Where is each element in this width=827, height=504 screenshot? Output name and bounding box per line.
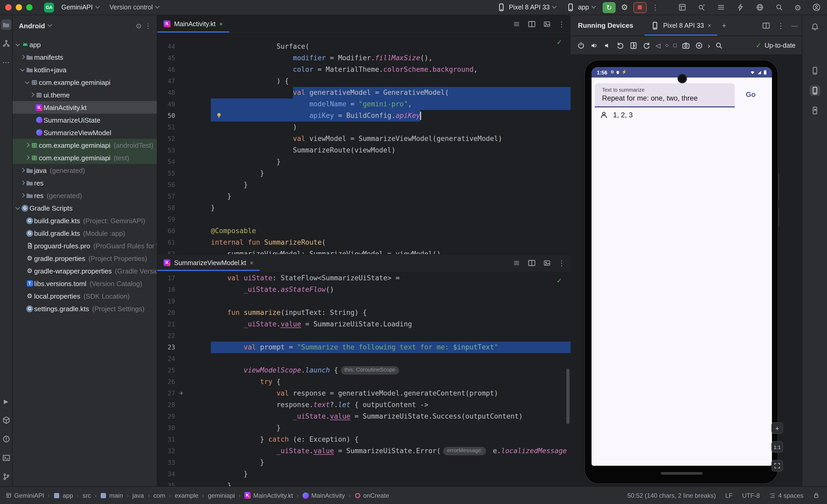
split-editor-icon[interactable] [528,259,536,267]
overview-icon[interactable]: □ [673,43,677,48]
code-line-27[interactable]: 27 val response = generativeModel.genera… [157,388,571,399]
hide-panel-icon[interactable]: — [791,21,798,30]
add-device-tab-icon[interactable]: + [718,21,731,30]
tree-item-settings-gradle-kts[interactable]: Gsettings.gradle.kts(Project Settings) [12,302,157,315]
chevron-right-icon[interactable] [19,56,25,59]
search-everywhere-icon[interactable] [775,3,783,11]
zoom-in-icon[interactable]: + [771,422,783,434]
chevron-right-icon[interactable] [19,194,25,197]
tree-item-ui-theme[interactable]: ui.theme [12,89,157,101]
inspections-status-icon[interactable]: ✓ [556,38,562,46]
tree-item-summarizeuistate[interactable]: SummarizeUiState [12,114,157,126]
breadcrumb-item[interactable]: main [100,492,123,499]
tree-item-gradle-wrapper-properties[interactable]: ⚙gradle-wrapper.properties(Gradle Versio… [12,265,157,277]
inspections-status-icon[interactable]: ✓ [556,277,562,284]
code-line-25[interactable]: 25 viewModelScope.launch {this: Coroutin… [157,365,571,376]
code-line-33[interactable]: 33 } [157,457,571,468]
breadcrumb-item[interactable]: geminiapi [208,492,235,499]
fold-device-icon[interactable] [629,41,638,50]
breadcrumb-item[interactable]: onCreate [354,492,389,499]
code-line-53[interactable]: 53 SummarizeRoute(viewModel) [157,145,571,156]
code-line-58[interactable]: 58} [157,202,571,214]
intention-bulb-icon[interactable] [215,112,222,119]
breadcrumb-item[interactable]: MainActivity [302,492,345,499]
locate-file-icon[interactable]: ⊙ [136,22,142,30]
problems-tool-icon[interactable] [1,434,11,444]
emulator-screen[interactable]: 1:56 ⚙⚡ Text to summarize Repeat for me:… [591,67,772,466]
tree-item-res[interactable]: res [12,177,157,189]
chevron-down-icon[interactable] [15,207,20,209]
code-line-30[interactable]: 30 } [157,422,571,434]
rerun-button[interactable]: ↻ [602,2,616,13]
tab-device[interactable]: Pixel 8 API 33 × [645,15,718,36]
code-line-51[interactable]: 51 ) [157,121,571,133]
build-tool-icon[interactable] [1,415,11,426]
chevron-right-icon[interactable] [19,169,25,172]
breadcrumb-item[interactable]: app [54,492,73,499]
tab-summarizeviewmodel[interactable]: K SummarizeViewModel.kt × [157,255,260,271]
code-line-60[interactable]: 60@Composable [157,225,571,237]
more-tool-windows-icon[interactable]: ⋯ [1,57,11,68]
close-tab-icon[interactable]: × [708,22,711,29]
code-line-45[interactable]: 45 modifier = Modifier.fillMaxSize(), [157,52,571,64]
chevron-right-icon[interactable] [29,94,35,96]
preview-icon[interactable] [543,20,551,27]
volume-down-icon[interactable] [603,41,612,50]
chevron-right-icon[interactable] [24,156,30,159]
line-separator-widget[interactable]: LF [725,492,733,499]
tree-item-com-example-geminiapi[interactable]: com.example.geminiapi [12,76,157,89]
back-icon[interactable]: ◁ [655,42,660,49]
code-line-19[interactable]: 19 [157,295,571,307]
tree-item-build-gradle-kts[interactable]: Gbuild.gradle.kts(Module :app) [12,227,157,239]
editor-options-icon[interactable]: ⋮ [558,20,565,27]
plugins-icon[interactable] [736,3,744,11]
chevron-right-icon[interactable] [19,181,25,184]
notifications-icon[interactable] [810,21,820,32]
running-devices-icon[interactable] [810,86,820,96]
panel-options-icon[interactable]: ⋮ [777,21,784,30]
tree-item-kotlin-java[interactable]: kotlin+java [12,63,157,76]
tree-item-proguard-rules-pro[interactable]: proguard-rules.pro(ProGuard Rules for "a… [12,239,157,252]
code-line-22[interactable]: 22 [157,330,571,342]
minimize-window-button[interactable] [16,4,22,10]
code-line-44[interactable]: 44 Surface( [157,41,571,52]
screenshot-icon[interactable] [681,41,690,50]
version-control-menu[interactable]: Version control [106,2,162,12]
code-line-55[interactable]: 55 } [157,168,571,179]
device-explorer-icon[interactable] [678,3,686,11]
tree-item-libs-versions-toml[interactable]: Tlibs.versions.toml(Version Catalog) [12,277,157,290]
code-line-21[interactable]: 21 _uiState.value = SummarizeUiState.Loa… [157,319,571,330]
tree-item-app[interactable]: app [12,38,157,51]
breadcrumb-item[interactable]: java [133,492,144,499]
code-line-50[interactable]: 50 apiKey = BuildConfig.apiKey [157,110,571,121]
split-editor-icon[interactable] [528,20,536,28]
project-view-mode[interactable]: Android [19,22,45,30]
more-actions-icon[interactable]: › [708,42,710,49]
main-menu-icon[interactable] [717,3,725,11]
rotate-left-icon[interactable] [616,41,625,50]
code-line-29[interactable]: 29 _uiState.value = SummarizeUiState.Suc… [157,411,571,422]
profile-avatar-icon[interactable] [812,3,821,11]
scrollbar-thumb[interactable] [566,369,570,424]
split-panel-icon[interactable] [762,21,770,30]
device-selector[interactable]: Pixel 8 API 33 [494,2,559,13]
code-line-26[interactable]: 26 try { [157,376,571,388]
project-options-icon[interactable]: ⋮ [145,22,152,30]
breadcrumb-item[interactable]: com [153,492,165,499]
code-line-61[interactable]: 61internal fun SummarizeRoute( [157,237,571,248]
device-settings-button[interactable]: ⚙ [620,3,629,12]
code-line-49[interactable]: 49 modelName = "gemini-pro", [157,99,571,110]
code-area[interactable]: 17 val uiState: StateFlow<SummarizeUiSta… [157,271,571,486]
caret-position-widget[interactable]: 50:52 (140 chars, 2 line breaks) [627,492,716,499]
code-line-57[interactable]: 57 } [157,191,571,202]
breadcrumb-item[interactable]: GeminiAPI [5,492,44,499]
code-line-18[interactable]: 18 _uiState.asStateFlow() [157,284,571,295]
zoom-window-button[interactable] [26,4,33,10]
home-icon[interactable]: ○ [665,43,668,48]
readonly-lock-icon[interactable] [813,492,820,499]
version-control-tool-icon[interactable] [1,471,11,482]
close-window-button[interactable] [5,4,11,10]
code-line-47[interactable]: 47 ) { [157,75,571,87]
code-line-54[interactable]: 54 } [157,156,571,168]
editor-list-icon[interactable] [513,259,520,266]
